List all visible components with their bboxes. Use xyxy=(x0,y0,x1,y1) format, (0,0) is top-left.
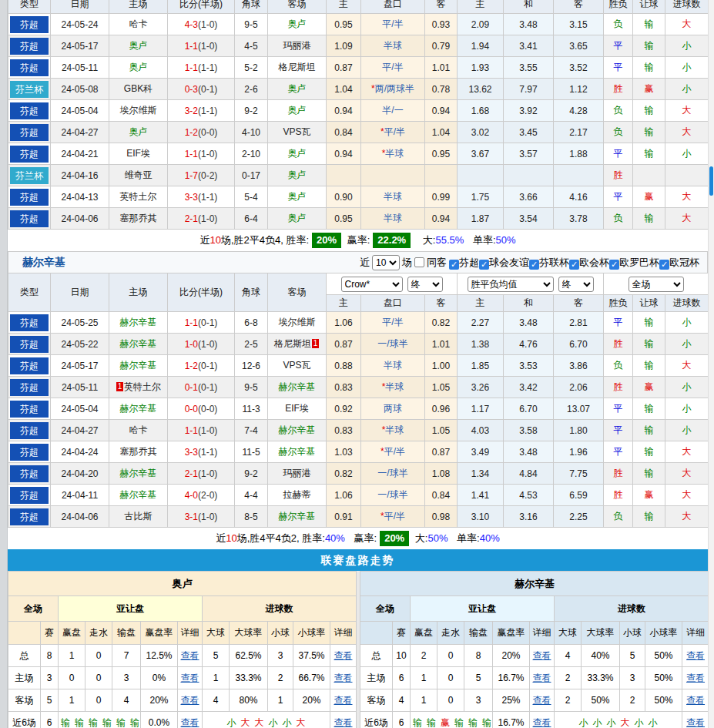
single-rate-label: 单率: xyxy=(473,234,496,246)
match-filters: 近 10 场 同客 ✓芬超✓球会友谊✓芬联杯✓欧会杯✓欧罗巴杯✓欧冠杯 xyxy=(360,255,699,270)
handicap-line: 半/一 xyxy=(361,100,425,122)
handicap-result: 赢 xyxy=(633,79,665,100)
league-filter-checkbox[interactable]: ✓ xyxy=(529,260,539,270)
summary-record: 场,胜4平4负2, xyxy=(237,532,303,544)
trend-col: 小球 xyxy=(268,622,293,645)
big-rate-label: 大: xyxy=(415,532,428,544)
view-detail-link[interactable]: 查看 xyxy=(686,673,705,683)
handicap-time-select[interactable]: 终 xyxy=(407,277,443,292)
home-team: 1英特土尔 xyxy=(109,377,168,398)
match-count-select[interactable]: 10 xyxy=(372,255,400,270)
col-odds-home: 主 xyxy=(458,295,504,312)
odds-draw: 7.97 xyxy=(504,79,554,100)
trend-detail-cell: 查看 xyxy=(530,689,555,712)
corners: 6-8 xyxy=(235,312,268,334)
trend-col: 走水 xyxy=(85,622,112,645)
trend-scope-header: 全场 xyxy=(8,596,59,622)
league-filter-checkbox[interactable]: ✓ xyxy=(479,260,489,270)
view-detail-link[interactable]: 查看 xyxy=(334,717,353,728)
view-detail-link[interactable]: 查看 xyxy=(334,650,353,661)
odds-time-select[interactable]: 终 xyxy=(558,277,594,292)
view-detail-link[interactable]: 查看 xyxy=(334,695,353,706)
view-detail-link[interactable]: 查看 xyxy=(533,695,551,706)
away-team: VPS瓦 xyxy=(268,355,327,377)
away-team: 奥卢 xyxy=(268,165,327,186)
scope-select[interactable]: 全场 xyxy=(629,277,684,292)
view-detail-link[interactable]: 查看 xyxy=(181,673,199,683)
league-cell: 芬超 xyxy=(8,312,51,334)
league-cell: 芬超 xyxy=(8,485,51,506)
score: 1-1(1-0) xyxy=(168,143,235,165)
odds-away: 4.28 xyxy=(554,100,604,122)
odds-away: 2.06 xyxy=(554,377,604,398)
trend-col-blank xyxy=(8,622,41,645)
handicap-result: 赢 xyxy=(633,377,665,398)
trend-value-cell: 66.7% xyxy=(293,667,330,689)
view-detail-link[interactable]: 查看 xyxy=(181,650,199,661)
trend-value-cell: 5 xyxy=(203,645,230,667)
view-detail-link[interactable]: 查看 xyxy=(334,673,353,683)
single-rate-value: 50% xyxy=(496,234,516,246)
same-away-checkbox[interactable] xyxy=(414,257,424,267)
league-badge: 芬超 xyxy=(10,38,49,55)
handicap-away-odds: 0.87 xyxy=(425,441,458,463)
trend-value-cell: 1 xyxy=(411,667,437,689)
trend-col: 大球 xyxy=(203,622,230,645)
league-filter-checkbox[interactable]: ✓ xyxy=(609,260,619,270)
view-detail-link[interactable]: 查看 xyxy=(686,695,705,706)
single-rate-label: 单率: xyxy=(457,532,480,544)
cover-rate-label: 赢率: xyxy=(347,234,370,246)
trend-detail-cell: 查看 xyxy=(530,712,555,728)
league-filter-checkbox[interactable]: ✓ xyxy=(449,260,459,270)
home-team: 赫尔辛基 xyxy=(109,312,168,334)
trend-seq-item: 小 xyxy=(227,717,236,728)
result: 胜 xyxy=(604,79,633,100)
handicap-line: *两/两球半 xyxy=(361,79,425,100)
view-detail-link[interactable]: 查看 xyxy=(686,717,705,728)
home-team: 赫尔辛基 xyxy=(109,463,168,485)
odds-draw: 3.45 xyxy=(504,122,554,143)
trend-seq-item: 大 xyxy=(621,717,630,728)
home-team: 哈卡 xyxy=(109,420,168,441)
handicap-result: 输 xyxy=(633,57,665,79)
vertical-scrollbar[interactable] xyxy=(708,0,714,728)
view-detail-link[interactable]: 查看 xyxy=(181,717,199,728)
goals-result: 小 xyxy=(665,35,709,57)
col-away: 客场 xyxy=(268,273,327,312)
trend-detail-cell: 查看 xyxy=(178,689,203,712)
view-detail-link[interactable]: 查看 xyxy=(686,650,705,661)
odds-source-select[interactable]: 胜平负均值 xyxy=(468,277,554,292)
league-cell: 芬超 xyxy=(8,463,51,485)
view-detail-link[interactable]: 查看 xyxy=(533,717,551,728)
oulu-matches-header-table: 类型 日期 主场 比分(半场) 角球 客场 主 盘口 客 主 和 客 胜负 让球… xyxy=(8,0,708,13)
handicap-away-odds: 0.78 xyxy=(425,79,458,100)
trend-seq-item: 小 xyxy=(579,717,588,728)
league-filter-checkbox[interactable]: ✓ xyxy=(569,260,579,270)
scrollbar-thumb[interactable] xyxy=(709,166,713,196)
bookmaker-select-cell: Crow* 终 xyxy=(327,273,458,295)
handicap-home-odds: 1.04 xyxy=(327,79,361,100)
view-detail-link[interactable]: 查看 xyxy=(181,695,199,706)
win-rate-label: 胜率: xyxy=(302,532,325,544)
summary-count: 10 xyxy=(210,234,220,246)
trend-value-cell: 50% xyxy=(582,689,620,712)
trend-col-blank xyxy=(360,622,393,645)
handicap-home-odds: 0.83 xyxy=(327,420,361,441)
league-badge: 芬超 xyxy=(10,487,49,504)
trend-value-cell: 20% xyxy=(493,645,530,667)
trend-value-cell: 40% xyxy=(582,645,620,667)
view-detail-link[interactable]: 查看 xyxy=(533,650,551,661)
odds-draw: 3.57 xyxy=(504,143,554,165)
odds-home: 3.26 xyxy=(458,377,504,398)
trend-value-cell: 10 xyxy=(393,645,411,667)
trend-detail-cell: 查看 xyxy=(330,689,357,712)
win-rate-label: 胜率: xyxy=(286,234,309,246)
league-filter-checkbox[interactable]: ✓ xyxy=(659,260,669,270)
helsinki-team-link[interactable]: 赫尔辛基 xyxy=(22,256,65,270)
view-detail-link[interactable]: 查看 xyxy=(533,673,551,683)
corners: 11-3 xyxy=(235,398,268,420)
bookmaker-select[interactable]: Crow* xyxy=(341,277,403,292)
trend-col: 赢盘率 xyxy=(493,622,530,645)
odds-away: 3.86 xyxy=(554,355,604,377)
trend-detail-cell: 查看 xyxy=(330,645,357,667)
